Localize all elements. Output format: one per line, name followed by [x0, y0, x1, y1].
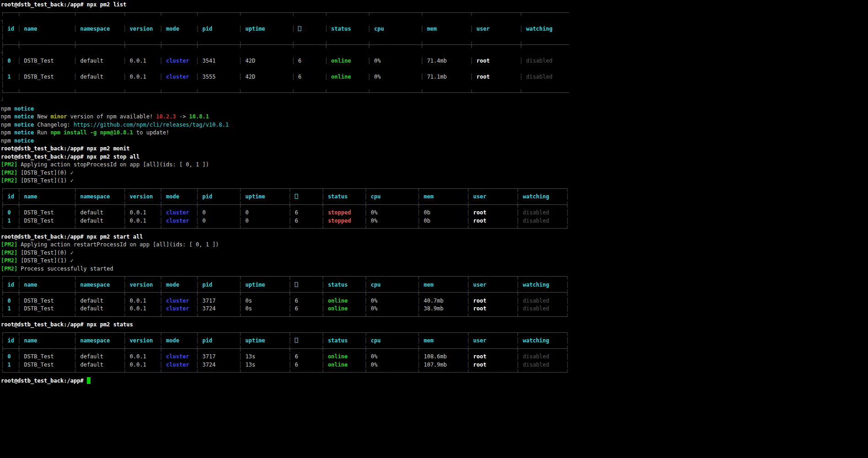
text-segment: npm [1, 106, 14, 112]
header-watching: watching [519, 337, 565, 344]
column-separator: │ [196, 218, 199, 224]
header-mem: mem [421, 337, 467, 344]
terminal[interactable]: root@dstb_test_back:/app# npx pm2 list┌─… [0, 0, 868, 457]
column-separator: │ [160, 193, 163, 200]
column-separator: │ [566, 353, 569, 360]
header-name: name [21, 26, 74, 32]
column-separator: │ [566, 362, 569, 368]
header-status: status [328, 26, 367, 32]
terminal-line: npm notice Run npm install -g npm@10.8.1… [1, 129, 868, 137]
text-segment: npm [1, 122, 14, 128]
column-separator: │ [417, 282, 420, 288]
cell-watching: disabled [519, 353, 565, 360]
cell-mem: 0b [421, 218, 467, 224]
header-restart [292, 282, 321, 288]
cell-name: DSTB_Test [21, 74, 74, 80]
table-border: ┌────┬────────────────┬──────────────┬──… [1, 330, 569, 336]
header-uptime: uptime [242, 26, 292, 32]
text-segment: New [34, 113, 50, 120]
table-separator: ├────┼────────────────┼──────────────┼──… [1, 201, 868, 209]
wrap-line: │ [1, 33, 868, 41]
cell-uptime: 0 [242, 209, 288, 216]
cell-namespace: default [77, 58, 123, 64]
table-top-border: ┌────┬────────────────┬──────────────┬──… [1, 273, 868, 281]
cell-version: 0.0.1 [127, 58, 160, 64]
column-separator: │ [519, 26, 522, 32]
text-segment: [DSTB_Test](0) ✓ [17, 250, 74, 256]
table-row: │ 0 │ DSTB_Test │ default │ 0.0.1 │ clus… [1, 209, 868, 217]
column-separator: │ [160, 305, 163, 312]
column-separator: │ [421, 58, 424, 64]
cell-uptime: 0s [242, 305, 288, 312]
column-separator: │ [196, 337, 199, 344]
cell-pid: 0 [199, 209, 239, 216]
cell-name: DSTB_Test [21, 209, 74, 216]
cell-user: root [473, 74, 519, 80]
header-mem: mem [424, 26, 470, 32]
cell-pid: 3541 [199, 58, 239, 64]
column-separator: │ [123, 362, 126, 368]
header-watching: watching [519, 193, 565, 200]
column-separator: │ [123, 209, 126, 216]
column-separator: │ [566, 298, 569, 304]
text-segment: 10.8.1 [189, 113, 209, 120]
column-separator: │ [123, 282, 126, 288]
column-separator: │ [123, 353, 126, 360]
header-status: status [325, 282, 364, 288]
header-restart [292, 337, 321, 344]
cell-mode: cluster [163, 362, 196, 368]
column-separator: │ [123, 58, 126, 64]
column-separator: │ [160, 362, 163, 368]
cell-status: stopped [325, 218, 364, 224]
header-pid: pid [199, 26, 239, 32]
table-separator: ├────┼────────────────┼──────────────┼──… [1, 345, 868, 353]
cell-namespace: default [77, 298, 123, 304]
text-segment: minor [50, 113, 67, 120]
column-separator: │ [417, 337, 420, 344]
table-row: │ 1 │ DSTB_Test │ default │ 0.0.1 │ clus… [1, 73, 868, 81]
header-id: id [4, 193, 17, 200]
wrapped-border-char: │ [1, 33, 4, 40]
column-separator: │ [417, 218, 420, 224]
cell-namespace: default [77, 209, 123, 216]
command-line: root@dstb_test_back:/app# [1, 377, 868, 385]
command-text: npx pm2 status [84, 321, 133, 328]
cell-watching: disabled [519, 209, 565, 216]
column-separator: │ [467, 337, 470, 344]
table-row: │ 0 │ DSTB_Test │ default │ 0.0.1 │ clus… [1, 297, 868, 305]
column-separator: │ [364, 209, 367, 216]
command-text: npx pm2 stop all [84, 154, 140, 160]
column-separator: │ [239, 58, 242, 64]
column-separator: │ [196, 74, 199, 80]
column-separator: │ [467, 353, 470, 360]
cell-mode: cluster [163, 74, 196, 80]
text-segment: -> [176, 113, 189, 120]
table-header-row: │ id │ name │ namespace │ version │ mode… [1, 193, 868, 201]
header-version: version [127, 26, 160, 32]
cell-user: root [470, 298, 516, 304]
cell-version: 0.0.1 [127, 305, 160, 312]
column-separator: │ [196, 298, 199, 304]
cell-mem: 38.9mb [421, 305, 467, 312]
cell-watching: disabled [519, 218, 565, 224]
terminal-line: npm notice [1, 105, 868, 113]
cell-user: root [473, 58, 519, 64]
command-line: root@dstb_test_back:/app# npx pm2 stop a… [1, 153, 868, 161]
cell-restart: 6 [292, 218, 321, 224]
column-separator: │ [196, 26, 199, 32]
column-separator: │ [196, 362, 199, 368]
text-segment: [PM2] [1, 241, 17, 248]
cell-cpu: 0% [367, 362, 417, 368]
column-separator: │ [196, 353, 199, 360]
column-separator: │ [364, 193, 367, 200]
column-separator: │ [239, 298, 242, 304]
terminal-line: [PM2] [DSTB_Test](0) ✓ [1, 249, 868, 257]
text-segment: npm [1, 113, 14, 120]
column-separator: │ [364, 282, 367, 288]
table-border: ├────┼────────────────┼──────────────┼──… [1, 42, 569, 48]
column-separator: │ [239, 353, 242, 360]
table-separator: ├────┼────────────────┼──────────────┼──… [1, 41, 868, 49]
column-separator: │ [288, 337, 292, 344]
column-separator: │ [421, 26, 424, 32]
cursor [87, 377, 91, 384]
